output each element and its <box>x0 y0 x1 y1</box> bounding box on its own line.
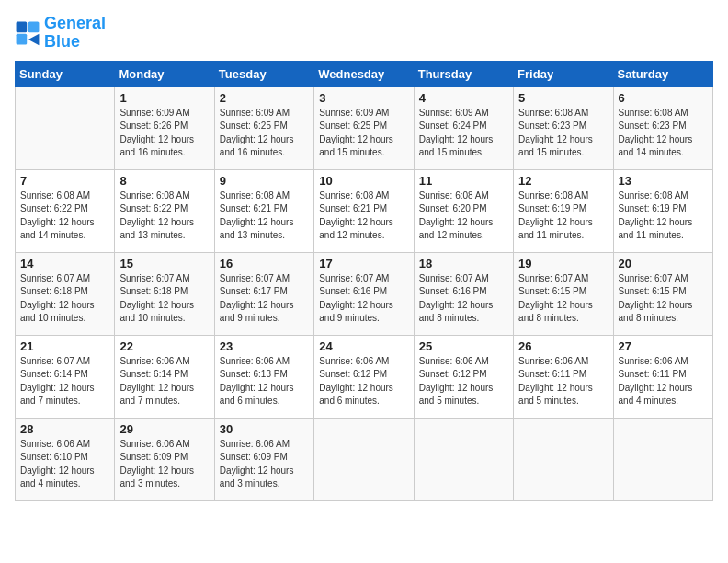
day-number: 10 <box>319 174 408 188</box>
day-info: Sunrise: 6:06 AM Sunset: 6:09 PM Dayligh… <box>119 438 209 491</box>
weekday-header: Saturday <box>613 61 712 86</box>
day-number: 17 <box>319 257 408 270</box>
calendar-cell: 5Sunrise: 6:08 AM Sunset: 6:23 PM Daylig… <box>514 86 613 169</box>
calendar-cell: 25Sunrise: 6:06 AM Sunset: 6:12 PM Dayli… <box>414 335 513 418</box>
day-info: Sunrise: 6:08 AM Sunset: 6:19 PM Dayligh… <box>518 190 608 243</box>
day-number: 27 <box>619 339 708 353</box>
calendar-cell <box>514 418 613 500</box>
day-number: 15 <box>119 257 209 270</box>
calendar-cell: 12Sunrise: 6:08 AM Sunset: 6:19 PM Dayli… <box>514 169 613 252</box>
calendar-cell: 9Sunrise: 6:08 AM Sunset: 6:21 PM Daylig… <box>214 169 313 252</box>
day-number: 9 <box>220 174 309 188</box>
day-info: Sunrise: 6:07 AM Sunset: 6:16 PM Dayligh… <box>319 272 408 326</box>
day-info: Sunrise: 6:07 AM Sunset: 6:18 PM Dayligh… <box>119 272 209 326</box>
day-number: 25 <box>419 339 508 353</box>
calendar-table: SundayMondayTuesdayWednesdayThursdayFrid… <box>15 61 713 501</box>
weekday-header: Tuesday <box>214 61 313 86</box>
day-info: Sunrise: 6:08 AM Sunset: 6:20 PM Dayligh… <box>419 190 508 243</box>
day-number: 4 <box>419 91 508 105</box>
svg-rect-2 <box>17 34 28 45</box>
svg-rect-1 <box>28 21 40 32</box>
calendar-cell: 4Sunrise: 6:09 AM Sunset: 6:24 PM Daylig… <box>414 86 513 169</box>
weekday-header-row: SundayMondayTuesdayWednesdayThursdayFrid… <box>16 61 713 86</box>
day-info: Sunrise: 6:06 AM Sunset: 6:12 PM Dayligh… <box>319 355 408 408</box>
calendar-week-row: 7Sunrise: 6:08 AM Sunset: 6:22 PM Daylig… <box>16 169 713 252</box>
weekday-header: Sunday <box>16 61 115 86</box>
day-number: 28 <box>20 422 109 436</box>
calendar-cell <box>414 418 513 500</box>
day-number: 21 <box>20 339 109 353</box>
calendar-cell: 3Sunrise: 6:09 AM Sunset: 6:25 PM Daylig… <box>314 86 414 169</box>
day-number: 1 <box>119 91 209 105</box>
calendar-cell: 19Sunrise: 6:07 AM Sunset: 6:15 PM Dayli… <box>514 252 613 335</box>
calendar-cell: 21Sunrise: 6:07 AM Sunset: 6:14 PM Dayli… <box>16 335 115 418</box>
calendar-cell: 2Sunrise: 6:09 AM Sunset: 6:25 PM Daylig… <box>214 86 313 169</box>
page-header: General Blue <box>15 15 713 52</box>
day-info: Sunrise: 6:08 AM Sunset: 6:23 PM Dayligh… <box>619 107 708 160</box>
day-info: Sunrise: 6:07 AM Sunset: 6:15 PM Dayligh… <box>518 272 608 326</box>
day-info: Sunrise: 6:06 AM Sunset: 6:10 PM Dayligh… <box>20 438 109 491</box>
svg-marker-3 <box>28 34 40 45</box>
day-info: Sunrise: 6:07 AM Sunset: 6:16 PM Dayligh… <box>419 272 508 326</box>
day-info: Sunrise: 6:07 AM Sunset: 6:18 PM Dayligh… <box>20 272 109 326</box>
calendar-cell: 27Sunrise: 6:06 AM Sunset: 6:11 PM Dayli… <box>613 335 712 418</box>
day-number: 20 <box>619 257 708 270</box>
day-info: Sunrise: 6:06 AM Sunset: 6:13 PM Dayligh… <box>220 355 309 408</box>
calendar-cell: 30Sunrise: 6:06 AM Sunset: 6:09 PM Dayli… <box>214 418 313 500</box>
day-info: Sunrise: 6:08 AM Sunset: 6:21 PM Dayligh… <box>319 190 408 243</box>
day-info: Sunrise: 6:07 AM Sunset: 6:17 PM Dayligh… <box>220 272 309 326</box>
calendar-cell: 14Sunrise: 6:07 AM Sunset: 6:18 PM Dayli… <box>16 252 115 335</box>
day-number: 6 <box>619 91 708 105</box>
day-number: 2 <box>220 91 309 105</box>
calendar-cell <box>613 418 712 500</box>
day-info: Sunrise: 6:09 AM Sunset: 6:25 PM Dayligh… <box>220 107 309 160</box>
calendar-cell: 17Sunrise: 6:07 AM Sunset: 6:16 PM Dayli… <box>314 252 414 335</box>
day-info: Sunrise: 6:08 AM Sunset: 6:22 PM Dayligh… <box>119 190 209 243</box>
svg-rect-0 <box>17 21 28 32</box>
day-number: 13 <box>619 174 708 188</box>
calendar-cell: 10Sunrise: 6:08 AM Sunset: 6:21 PM Dayli… <box>314 169 414 252</box>
calendar-cell: 15Sunrise: 6:07 AM Sunset: 6:18 PM Dayli… <box>115 252 214 335</box>
calendar-cell: 11Sunrise: 6:08 AM Sunset: 6:20 PM Dayli… <box>414 169 513 252</box>
day-number: 12 <box>518 174 608 188</box>
day-number: 22 <box>119 339 209 353</box>
day-number: 11 <box>419 174 508 188</box>
day-info: Sunrise: 6:08 AM Sunset: 6:22 PM Dayligh… <box>20 190 109 243</box>
calendar-cell: 20Sunrise: 6:07 AM Sunset: 6:15 PM Dayli… <box>613 252 712 335</box>
calendar-cell: 24Sunrise: 6:06 AM Sunset: 6:12 PM Dayli… <box>314 335 414 418</box>
day-number: 7 <box>20 174 109 188</box>
calendar-cell: 18Sunrise: 6:07 AM Sunset: 6:16 PM Dayli… <box>414 252 513 335</box>
calendar-cell: 7Sunrise: 6:08 AM Sunset: 6:22 PM Daylig… <box>16 169 115 252</box>
day-number: 14 <box>20 257 109 270</box>
day-info: Sunrise: 6:06 AM Sunset: 6:09 PM Dayligh… <box>220 438 309 491</box>
calendar-cell <box>314 418 414 500</box>
weekday-header: Monday <box>115 61 214 86</box>
logo-text: General Blue <box>44 15 106 52</box>
calendar-cell: 13Sunrise: 6:08 AM Sunset: 6:19 PM Dayli… <box>613 169 712 252</box>
day-info: Sunrise: 6:08 AM Sunset: 6:23 PM Dayligh… <box>518 107 608 160</box>
day-number: 16 <box>220 257 309 270</box>
calendar-cell: 26Sunrise: 6:06 AM Sunset: 6:11 PM Dayli… <box>514 335 613 418</box>
calendar-week-row: 14Sunrise: 6:07 AM Sunset: 6:18 PM Dayli… <box>16 252 713 335</box>
logo-icon <box>15 20 40 46</box>
calendar-cell: 23Sunrise: 6:06 AM Sunset: 6:13 PM Dayli… <box>214 335 313 418</box>
calendar-week-row: 28Sunrise: 6:06 AM Sunset: 6:10 PM Dayli… <box>16 418 713 500</box>
day-number: 29 <box>119 422 209 436</box>
day-info: Sunrise: 6:09 AM Sunset: 6:26 PM Dayligh… <box>119 107 209 160</box>
day-number: 26 <box>518 339 608 353</box>
day-number: 19 <box>518 257 608 270</box>
day-info: Sunrise: 6:06 AM Sunset: 6:14 PM Dayligh… <box>119 355 209 408</box>
day-number: 3 <box>319 91 408 105</box>
calendar-cell: 16Sunrise: 6:07 AM Sunset: 6:17 PM Dayli… <box>214 252 313 335</box>
day-info: Sunrise: 6:09 AM Sunset: 6:24 PM Dayligh… <box>419 107 508 160</box>
day-info: Sunrise: 6:09 AM Sunset: 6:25 PM Dayligh… <box>319 107 408 160</box>
day-info: Sunrise: 6:06 AM Sunset: 6:11 PM Dayligh… <box>518 355 608 408</box>
weekday-header: Wednesday <box>314 61 414 86</box>
calendar-cell: 22Sunrise: 6:06 AM Sunset: 6:14 PM Dayli… <box>115 335 214 418</box>
day-number: 24 <box>319 339 408 353</box>
logo: General Blue <box>15 15 106 52</box>
calendar-week-row: 21Sunrise: 6:07 AM Sunset: 6:14 PM Dayli… <box>16 335 713 418</box>
calendar-cell <box>16 86 115 169</box>
day-number: 23 <box>220 339 309 353</box>
day-info: Sunrise: 6:07 AM Sunset: 6:15 PM Dayligh… <box>619 272 708 326</box>
